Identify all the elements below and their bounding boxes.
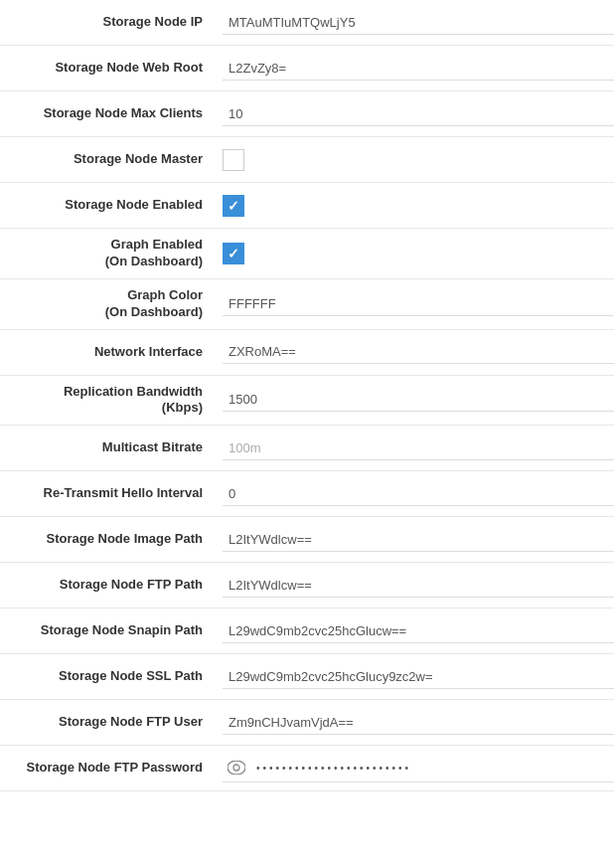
row-network-interface: Network Interface bbox=[0, 330, 614, 376]
label-storage-node-web-root: Storage Node Web Root bbox=[0, 60, 219, 77]
input-storage-node-ssl-path[interactable] bbox=[223, 665, 614, 689]
field-re-transmit-hello-interval bbox=[219, 482, 614, 506]
checkbox-storage-node-master[interactable] bbox=[223, 149, 244, 171]
input-storage-node-image-path[interactable] bbox=[223, 528, 614, 552]
checkbox-graph-enabled[interactable] bbox=[223, 243, 244, 264]
field-storage-node-max-clients bbox=[219, 102, 614, 126]
label-multicast-bitrate: Multicast Bitrate bbox=[0, 439, 219, 456]
input-storage-node-snapin-path[interactable] bbox=[223, 619, 614, 643]
input-storage-node-web-root[interactable] bbox=[223, 57, 614, 81]
field-graph-enabled bbox=[219, 243, 614, 264]
field-storage-node-master bbox=[219, 149, 614, 171]
svg-point-1 bbox=[233, 765, 239, 771]
field-storage-node-snapin-path bbox=[219, 619, 614, 643]
field-storage-node-enabled bbox=[219, 195, 614, 217]
checkbox-storage-node-enabled[interactable] bbox=[223, 195, 244, 217]
row-storage-node-ftp-user: Storage Node FTP User bbox=[0, 700, 614, 746]
row-storage-node-snapin-path: Storage Node Snapin Path bbox=[0, 608, 614, 654]
label-storage-node-ftp-password: Storage Node FTP Password bbox=[0, 760, 219, 777]
row-storage-node-enabled: Storage Node Enabled bbox=[0, 183, 614, 229]
label-storage-node-ftp-path: Storage Node FTP Path bbox=[0, 577, 219, 594]
field-graph-color bbox=[219, 292, 614, 316]
label-re-transmit-hello-interval: Re-Transmit Hello Interval bbox=[0, 485, 219, 502]
label-storage-node-ssl-path: Storage Node SSL Path bbox=[0, 668, 219, 685]
row-storage-node-ftp-path: Storage Node FTP Path bbox=[0, 563, 614, 608]
label-storage-node-master: Storage Node Master bbox=[0, 151, 219, 168]
input-storage-node-ftp-user[interactable] bbox=[223, 711, 614, 735]
label-storage-node-snapin-path: Storage Node Snapin Path bbox=[0, 622, 219, 639]
field-storage-node-web-root bbox=[219, 57, 614, 81]
row-storage-node-image-path: Storage Node Image Path bbox=[0, 517, 614, 563]
label-storage-node-ip: Storage Node IP bbox=[0, 14, 219, 31]
field-storage-node-ssl-path bbox=[219, 665, 614, 689]
field-storage-node-ftp-password: •••••••••••••••••••••••• bbox=[219, 754, 614, 782]
row-re-transmit-hello-interval: Re-Transmit Hello Interval bbox=[0, 471, 614, 517]
svg-point-0 bbox=[228, 761, 245, 775]
password-dots-display: •••••••••••••••••••••••• bbox=[250, 759, 614, 778]
field-multicast-bitrate bbox=[219, 436, 614, 460]
input-storage-node-ip[interactable] bbox=[223, 11, 614, 35]
label-graph-color: Graph Color(On Dashboard) bbox=[0, 287, 219, 321]
field-storage-node-image-path bbox=[219, 528, 614, 552]
input-re-transmit-hello-interval[interactable] bbox=[223, 482, 614, 506]
form-container: Storage Node IP Storage Node Web Root St… bbox=[0, 0, 614, 791]
row-multicast-bitrate: Multicast Bitrate bbox=[0, 426, 614, 471]
input-storage-node-max-clients[interactable] bbox=[223, 102, 614, 126]
label-storage-node-image-path: Storage Node Image Path bbox=[0, 531, 219, 548]
toggle-password-icon[interactable] bbox=[223, 754, 250, 781]
input-storage-node-ftp-path[interactable] bbox=[223, 574, 614, 598]
row-replication-bandwidth: Replication Bandwidth(Kbps) bbox=[0, 376, 614, 427]
label-replication-bandwidth: Replication Bandwidth(Kbps) bbox=[0, 384, 219, 418]
field-replication-bandwidth bbox=[219, 388, 614, 412]
field-storage-node-ftp-path bbox=[219, 574, 614, 598]
row-storage-node-ip: Storage Node IP bbox=[0, 0, 614, 46]
label-network-interface: Network Interface bbox=[0, 344, 219, 361]
row-storage-node-ftp-password: Storage Node FTP Password ••••••••••••••… bbox=[0, 746, 614, 791]
field-storage-node-ftp-user bbox=[219, 711, 614, 735]
field-storage-node-ip bbox=[219, 11, 614, 35]
input-multicast-bitrate[interactable] bbox=[223, 436, 614, 460]
label-storage-node-enabled: Storage Node Enabled bbox=[0, 197, 219, 214]
password-wrapper: •••••••••••••••••••••••• bbox=[223, 754, 614, 782]
row-storage-node-master: Storage Node Master bbox=[0, 137, 614, 183]
row-graph-color: Graph Color(On Dashboard) bbox=[0, 279, 614, 330]
row-storage-node-web-root: Storage Node Web Root bbox=[0, 46, 614, 91]
input-graph-color[interactable] bbox=[223, 292, 614, 316]
row-storage-node-ssl-path: Storage Node SSL Path bbox=[0, 654, 614, 700]
input-network-interface[interactable] bbox=[223, 340, 614, 364]
label-storage-node-max-clients: Storage Node Max Clients bbox=[0, 105, 219, 122]
row-graph-enabled: Graph Enabled(On Dashboard) bbox=[0, 229, 614, 279]
input-replication-bandwidth[interactable] bbox=[223, 388, 614, 412]
label-storage-node-ftp-user: Storage Node FTP User bbox=[0, 714, 219, 731]
field-network-interface bbox=[219, 340, 614, 364]
row-storage-node-max-clients: Storage Node Max Clients bbox=[0, 91, 614, 137]
label-graph-enabled: Graph Enabled(On Dashboard) bbox=[0, 237, 219, 270]
